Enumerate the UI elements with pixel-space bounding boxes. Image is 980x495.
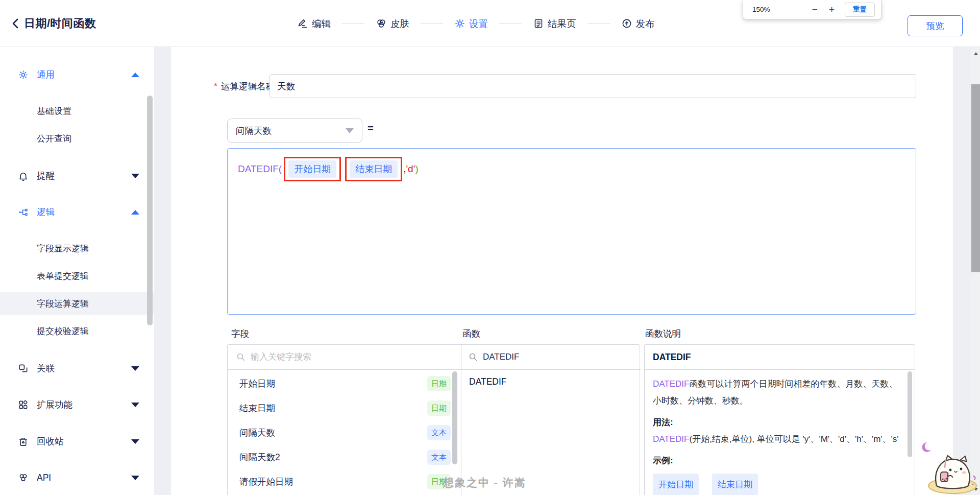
result-page-icon (533, 18, 544, 29)
sidebar-item-label: 逻辑 (37, 206, 55, 218)
tab-skin[interactable]: 皮肤 (376, 17, 409, 30)
sidebar-item-general[interactable]: 通用 (0, 63, 154, 86)
preview-button[interactable]: 预览 (908, 15, 963, 36)
field-name: 间隔天数 (239, 427, 275, 439)
example-chip-start-date: 开始日期 (653, 474, 699, 495)
sidebar-item-label: 提交校验逻辑 (37, 325, 89, 337)
sidebar-item-label: 公开查询 (37, 133, 71, 145)
description-intro: DATEDIF函数可以计算两个日期时间相差的年数、月数、天数、小时数、分钟数、秒… (653, 375, 901, 409)
formula-editor[interactable]: DATEDIF( 开始日期 结束日期 , 'd' ) (227, 148, 916, 315)
mascot-cat-image (916, 438, 980, 495)
function-search[interactable] (469, 345, 626, 369)
field-search-input[interactable] (251, 352, 404, 362)
publish-icon (621, 18, 632, 29)
zoom-reset-button[interactable]: 重置 (845, 3, 875, 17)
formula-line: DATEDIF( 开始日期 结束日期 , 'd' ) (238, 157, 419, 181)
sidebar-item-relation[interactable]: 关联 (0, 357, 154, 380)
required-asterisk: * (214, 81, 217, 92)
zoom-in-button[interactable]: + (826, 4, 838, 15)
sidebar-item-recycle-bin[interactable]: 回收站 (0, 430, 154, 453)
field-type-tag: 日期 (427, 400, 451, 416)
chevron-down-icon (131, 174, 139, 178)
extensions-grid-icon (17, 399, 29, 410)
field-type-tag: 文本 (427, 450, 451, 465)
browser-zoom-popup: 150% − + 重置 (743, 0, 881, 19)
description-column-title: 函数说明 (645, 327, 681, 340)
field-name: 请假开始日期 (239, 476, 293, 488)
browser-scrollbar[interactable] (971, 47, 980, 495)
wizard-steps: 编辑 皮肤 设置 结果页 发布 (297, 0, 655, 47)
function-search-input[interactable] (483, 352, 626, 362)
logic-name-label: 运算逻辑名称: (221, 80, 277, 92)
field-row-interval-days-2[interactable]: 间隔天数2 文本 (228, 445, 452, 469)
sidebar-item-form-submit-logic[interactable]: 表单提交逻辑 (0, 265, 154, 287)
bell-icon (17, 170, 29, 181)
target-field-value: 间隔天数 (236, 125, 272, 137)
sidebar-item-label: 基础设置 (37, 105, 71, 117)
sidebar-item-reminder[interactable]: 提醒 (0, 164, 154, 187)
search-icon (469, 352, 478, 362)
field-row-leave-start-date[interactable]: 请假开始日期 日期 (228, 469, 452, 494)
api-circles-icon (17, 472, 29, 483)
sidebar-item-submit-validate-logic[interactable]: 提交校验逻辑 (0, 320, 154, 342)
sidebar-item-label: 关联 (37, 362, 55, 374)
sidebar-item-label: 字段运算逻辑 (37, 298, 89, 310)
chevron-up-icon (131, 210, 139, 215)
description-scrollbar-thumb[interactable] (908, 371, 912, 457)
sidebar-item-public-query[interactable]: 公开查询 (0, 127, 154, 150)
sidebar-item-basic-settings[interactable]: 基础设置 (0, 100, 154, 122)
sidebar-item-extensions[interactable]: 扩展功能 (0, 393, 154, 416)
chevron-down-icon (131, 439, 139, 444)
sidebar-item-label: 回收站 (37, 435, 64, 447)
equals-sign: = (368, 123, 374, 134)
tab-publish[interactable]: 发布 (621, 17, 655, 30)
target-field-select[interactable]: 间隔天数 (227, 119, 362, 143)
field-search[interactable] (236, 345, 404, 369)
sidebar-item-logic[interactable]: 逻辑 (0, 201, 154, 223)
back-button[interactable] (8, 16, 22, 31)
field-row-start-date[interactable]: 开始日期 日期 (228, 371, 452, 396)
chevron-down-icon (131, 403, 139, 407)
formula-close-paren-token: ) (415, 163, 418, 175)
back-chevron-icon (10, 17, 20, 30)
tab-edit[interactable]: 编辑 (297, 17, 331, 30)
tab-skin-label: 皮肤 (390, 17, 409, 30)
sidebar-item-label: 通用 (37, 68, 55, 81)
sidebar-item-field-calc-logic[interactable]: 字段运算逻辑 (0, 292, 154, 315)
tab-settings[interactable]: 设置 (454, 17, 488, 30)
field-name: 间隔天数2 (239, 451, 280, 463)
scrollbar-up-arrow[interactable] (974, 52, 978, 55)
page-title: 日期/时间函数 (24, 16, 96, 31)
tab-result-page[interactable]: 结果页 (533, 17, 576, 30)
example-label: 示例: (653, 452, 901, 469)
field-list-scrollbar-thumb[interactable] (452, 371, 457, 464)
column-divider (461, 345, 461, 495)
function-row-datedif[interactable]: DATEDIF (461, 369, 640, 394)
step-separator (421, 23, 443, 24)
app-window: 日期/时间函数 编辑 皮肤 设置 结果页 (0, 0, 980, 495)
field-chip-start-date[interactable]: 开始日期 (288, 160, 336, 178)
gear-icon (17, 69, 29, 80)
field-row-interval-days[interactable]: 间隔天数 文本 (228, 420, 452, 445)
field-row-end-date[interactable]: 结束日期 日期 (228, 396, 452, 420)
skin-circles-icon (376, 18, 387, 29)
chevron-up-icon (131, 73, 139, 77)
sidebar-item-label: 字段显示逻辑 (37, 243, 89, 254)
logic-name-input[interactable] (270, 74, 916, 98)
logic-branch-icon (17, 206, 29, 218)
functions-column-title: 函数 (462, 327, 480, 340)
sidebar-item-field-display-logic[interactable]: 字段显示逻辑 (0, 237, 154, 260)
field-type-tag: 文本 (427, 425, 451, 440)
sidebar-scrollbar-thumb[interactable] (147, 96, 153, 325)
tab-edit-label: 编辑 (312, 17, 331, 30)
example-chips: 开始日期 结束日期 (653, 474, 901, 495)
watermark-text: 想象之中 - 许嵩 (443, 476, 526, 490)
sidebar-item-api[interactable]: API (0, 466, 154, 489)
function-description-panel: DATEDIF DATEDIF函数可以计算两个日期时间相差的年数、月数、天数、小… (644, 344, 915, 495)
usage-text: DATEDIF(开始,结束,单位), 单位可以是 'y'、'M'、'd'、'h'… (653, 431, 901, 447)
field-chip-end-date[interactable]: 结束日期 (350, 160, 398, 178)
zoom-out-button[interactable]: − (809, 4, 821, 15)
scrollbar-thumb[interactable] (971, 84, 980, 272)
example-chip-end-date: 结束日期 (712, 474, 758, 495)
sidebar-item-label: 扩展功能 (37, 398, 72, 411)
